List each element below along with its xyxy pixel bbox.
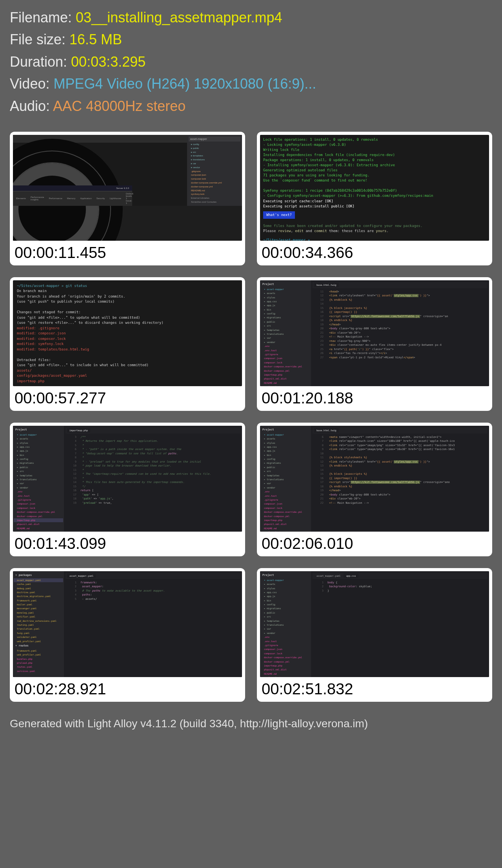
ide-tabs: base.html.twig [313, 282, 487, 288]
timestamp: 00:02:51.832 [260, 677, 489, 699]
duration-label: Duration: [10, 54, 67, 70]
thumbnail-image: Server 6.3.0 ElementsPerformance insight… [13, 135, 242, 241]
code-editor: 1framework:2 asset_mapper:3 # The paths … [65, 579, 240, 603]
ide-sidebar: ▾ packages asset_mapper.yaml cache.yaml … [13, 571, 64, 677]
thumbnail-card: Lock file operations: 1 install, 0 updat… [257, 132, 492, 265]
ide-sidebar: Project▾ asset-mapper ▸ assets ▸ styles … [260, 280, 311, 386]
code-editor: 11 <head>12 <link rel="stylesheet" href=… [313, 288, 487, 361]
filename-row: Filename: 03__installing_assetmapper.mp4 [10, 8, 492, 27]
audio-label: Audio: [10, 98, 50, 114]
timestamp: 00:02:28.921 [13, 677, 242, 699]
timestamp: 00:01:20.188 [260, 386, 489, 408]
duration-value: 00:03:3.295 [71, 54, 146, 70]
filename-label: Filename: [10, 9, 72, 25]
thumbnail-card: ▾ packages asset_mapper.yaml cache.yaml … [10, 568, 245, 702]
filesize-value: 16.5 MB [69, 31, 122, 47]
filesize-row: File size: 16.5 MB [10, 30, 492, 49]
video-value: MPEG4 Video (H264) 1920x1080 (16:9)... [53, 76, 316, 92]
ide-tabs: base.html.twig [313, 427, 487, 434]
duration-row: Duration: 00:03:3.295 [10, 52, 492, 72]
thumbnail-card: ~/Sites/asset-mapper » git statusOn bran… [10, 277, 245, 411]
ide-tabs: asset_mapper.yaml app.css [313, 573, 487, 579]
audio-row: Audio: AAC 48000Hz stereo [10, 96, 492, 116]
thumbnail-card: Project▾ asset-mapper ▸ assets ▸ styles … [257, 277, 492, 411]
thumbnail-card: Project▾ asset-mapper ▸ assets ▸ styles … [10, 423, 245, 556]
video-label: Video: [10, 76, 49, 92]
browser-devtools-tabs: ElementsPerformance insightsPerformanceM… [13, 191, 132, 206]
file-info-block: Filename: 03__installing_assetmapper.mp4… [10, 8, 492, 116]
thumbnail-card: Project▾ asset-mapper ▸ assets ▸ styles … [257, 423, 492, 556]
thumbnail-image: Lock file operations: 1 install, 0 updat… [260, 135, 489, 241]
code-editor: 6 <meta name="viewport" content="width=d… [313, 434, 487, 507]
ide-tabs: importmap.php [65, 427, 240, 434]
filename-value: 03__installing_assetmapper.mp4 [76, 9, 282, 25]
code-editor: 1body {2 background-color: skyblue;3} [313, 579, 487, 595]
generator-footer: Generated with Light Alloy v4.11.2 (buil… [10, 717, 492, 730]
timestamp: 00:02:06.010 [260, 532, 489, 553]
thumbnail-image: ~/Sites/asset-mapper » git statusOn bran… [13, 280, 242, 386]
thumbnail-image: Project▾ asset-mapper ▸ assets ▸ styles … [13, 426, 242, 532]
symfony-toolbar: Server 6.3.0 [13, 185, 132, 191]
thumbnail-grid: Server 6.3.0 ElementsPerformance insight… [10, 132, 492, 702]
thumbnail-image: ▾ packages asset_mapper.yaml cache.yaml … [13, 571, 242, 677]
timestamp: 00:00:57.277 [13, 386, 242, 408]
ide-sidebar: Project▾ asset-mapper ▸ assets ▸ styles … [260, 426, 311, 532]
ide-sidebar: Project▾ asset-mapper ▸ assets ▸ styles … [260, 571, 311, 677]
audio-value: AAC 48000Hz stereo [53, 98, 186, 114]
thumbnail-card: Server 6.3.0 ElementsPerformance insight… [10, 132, 245, 265]
video-row: Video: MPEG4 Video (H264) 1920x1080 (16:… [10, 74, 492, 94]
ide-tabs: asset_mapper.yaml [65, 573, 240, 579]
ide-sidebar: Project▾ asset-mapper ▸ assets ▸ styles … [13, 426, 64, 532]
thumbnail-image: Project▾ asset-mapper ▸ assets ▸ styles … [260, 280, 489, 386]
code-editor: 3/**4 * Returns the import map for this … [65, 434, 240, 507]
ide-sidebar: asset-mapper ▸ config▸ public▸ src▸ temp… [187, 135, 242, 206]
thumbnail-image: Project▾ asset-mapper ▸ assets ▸ styles … [260, 426, 489, 532]
timestamp: 00:00:34.366 [260, 241, 489, 262]
whats-next-button: What's next? [263, 211, 295, 219]
timestamp: 00:00:11.455 [13, 241, 242, 262]
thumbnail-card: Project▾ asset-mapper ▸ assets ▸ styles … [257, 568, 492, 702]
filesize-label: File size: [10, 31, 65, 47]
timestamp: 00:01:43.099 [13, 532, 242, 553]
thumbnail-image: Project▾ asset-mapper ▸ assets ▸ styles … [260, 571, 489, 677]
